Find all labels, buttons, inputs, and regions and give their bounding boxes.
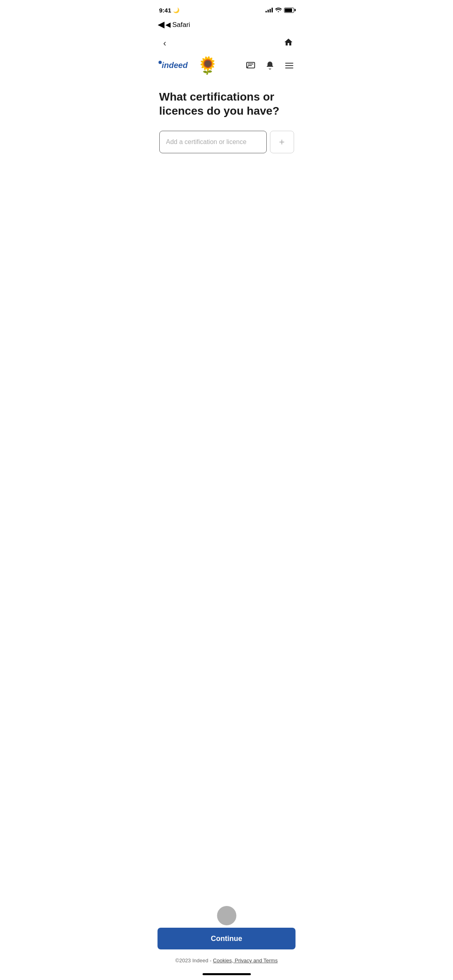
menu-button[interactable] (283, 59, 296, 72)
header-icons (244, 59, 296, 72)
logo-area: indeed 🌻 (158, 56, 218, 75)
certification-input[interactable] (159, 131, 267, 153)
status-icons (266, 7, 294, 13)
notifications-button[interactable] (264, 59, 276, 72)
plus-icon: + (279, 136, 284, 148)
status-time: 9:41 🌙 (159, 7, 179, 14)
sunflower-emoji: 🌻 (197, 56, 218, 75)
safari-back-arrow: ◀ (158, 19, 165, 30)
svg-text:indeed: indeed (162, 61, 188, 70)
home-icon (284, 37, 293, 49)
signal-icon (266, 8, 273, 12)
back-icon: ‹ (163, 38, 166, 49)
moon-icon: 🌙 (173, 7, 179, 13)
app-nav: ‹ (151, 33, 302, 54)
svg-point-0 (159, 61, 162, 64)
bell-icon (265, 61, 275, 70)
messages-button[interactable] (244, 59, 257, 72)
page-title: What certifications or licences do you h… (159, 90, 294, 118)
status-bar: 9:41 🌙 (151, 0, 302, 18)
wifi-icon (275, 7, 282, 13)
battery-icon (284, 8, 294, 13)
indeed-header: indeed 🌻 (151, 54, 302, 80)
certification-input-row: + (159, 131, 294, 153)
indeed-logo: indeed (158, 60, 194, 71)
safari-bar: ◀ ◀ Safari (151, 18, 302, 33)
back-button[interactable]: ‹ (158, 36, 172, 51)
messages-icon (246, 61, 255, 70)
home-button[interactable] (281, 36, 296, 51)
add-certification-button[interactable]: + (270, 131, 294, 153)
main-content: What certifications or licences do you h… (151, 80, 302, 153)
hamburger-icon (284, 61, 294, 70)
safari-label: ◀ Safari (165, 21, 190, 29)
